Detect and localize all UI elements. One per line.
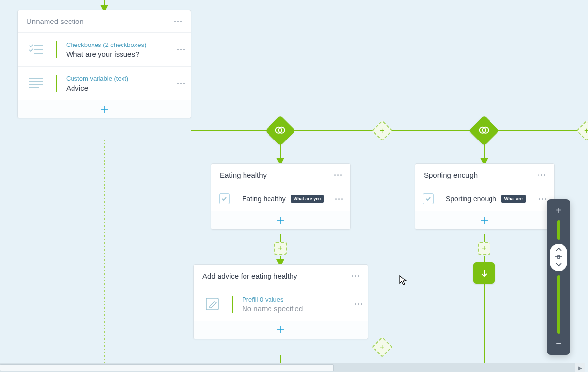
item-title: Advice <box>66 84 170 92</box>
branch-title: Sporting enough <box>424 171 478 179</box>
branch-card-a[interactable]: Eating healthy Eating healthy What are y… <box>211 163 351 230</box>
add-item-button[interactable] <box>415 211 554 229</box>
zoom-track-upper[interactable] <box>557 220 560 240</box>
overlap-circles-icon <box>479 125 490 137</box>
advice-item-row[interactable]: Prefill 0 values No name specified <box>194 287 368 321</box>
branch-card-header[interactable]: Sporting enough <box>415 164 554 186</box>
scroll-down-button[interactable] <box>555 262 562 268</box>
branch-item-row[interactable]: Eating healthy What are you <box>211 186 350 211</box>
add-branch-button[interactable]: + <box>372 337 392 357</box>
branch-menu-button[interactable] <box>334 174 342 176</box>
branch-item-row[interactable]: Sporting enough What are <box>415 186 554 211</box>
scroll-right-button[interactable]: ▶ <box>575 363 585 372</box>
question-pill: What are <box>501 195 526 203</box>
add-item-button[interactable] <box>211 211 350 229</box>
item-menu-button[interactable] <box>539 198 546 200</box>
add-item-button[interactable] <box>194 321 368 339</box>
advice-card[interactable]: Add advice for eating healthy Prefill 0 … <box>193 264 368 339</box>
condition-node[interactable] <box>469 116 499 146</box>
scroll-up-button[interactable] <box>555 247 562 253</box>
item-title: What are your issues? <box>66 50 170 58</box>
card-menu-button[interactable] <box>352 275 359 277</box>
section-menu-button[interactable] <box>174 21 182 22</box>
section-item[interactable]: Custom variable (text) Advice <box>18 66 191 100</box>
branch-item-label: Sporting enough <box>446 195 496 203</box>
item-type-label: Custom variable (text) <box>66 75 170 82</box>
zoom-in-button[interactable]: + <box>552 205 565 216</box>
scrollbar-thumb[interactable] <box>0 364 334 371</box>
section-card[interactable]: Unnamed section Checkboxes (2 checkboxes… <box>17 10 191 118</box>
horizontal-scrollbar[interactable]: ▶ <box>0 363 575 372</box>
add-branch-button[interactable]: + <box>576 120 588 141</box>
add-step-button[interactable]: + <box>274 242 287 255</box>
advice-card-header[interactable]: Add advice for eating healthy <box>194 265 368 287</box>
zoom-out-button[interactable]: − <box>552 338 565 349</box>
add-item-button[interactable] <box>18 100 191 118</box>
zoom-track-lower[interactable] <box>557 275 560 334</box>
prefill-label: Prefill 0 values <box>242 296 347 303</box>
edit-note-icon <box>200 294 224 314</box>
fit-button[interactable] <box>555 255 563 260</box>
branch-menu-button[interactable] <box>538 174 545 176</box>
text-lines-icon <box>24 73 48 93</box>
section-card-header[interactable]: Unnamed section <box>18 10 191 32</box>
section-title: Unnamed section <box>26 17 84 25</box>
advice-title: Add advice for eating healthy <box>202 272 297 280</box>
condition-node[interactable] <box>265 116 295 146</box>
mouse-cursor-icon <box>399 275 408 286</box>
item-menu-button[interactable] <box>355 303 362 305</box>
question-pill: What are you <box>291 195 324 203</box>
branch-title: Eating healthy <box>220 171 267 179</box>
checkbox-icon <box>219 193 230 204</box>
branch-item-label: Eating healthy <box>242 195 286 203</box>
section-item[interactable]: Checkboxes (2 checkboxes) What are your … <box>18 32 191 66</box>
continue-button[interactable] <box>473 262 495 284</box>
zoom-panel: + − <box>547 199 570 355</box>
branch-card-header[interactable]: Eating healthy <box>211 164 350 186</box>
checkbox-icon <box>423 193 434 204</box>
arrow-down-icon <box>480 269 489 278</box>
add-step-button[interactable]: + <box>478 242 490 255</box>
item-type-label: Checkboxes (2 checkboxes) <box>66 41 170 48</box>
branch-card-b[interactable]: Sporting enough Sporting enough What are <box>415 163 555 230</box>
add-branch-button[interactable]: + <box>372 120 392 141</box>
no-name-label: No name specified <box>242 304 347 313</box>
item-menu-button[interactable] <box>335 198 343 200</box>
item-menu-button[interactable] <box>177 83 185 84</box>
item-menu-button[interactable] <box>177 49 185 50</box>
overlap-circles-icon <box>275 125 286 137</box>
zoom-bubble <box>550 244 567 271</box>
checklist-icon <box>24 40 48 59</box>
